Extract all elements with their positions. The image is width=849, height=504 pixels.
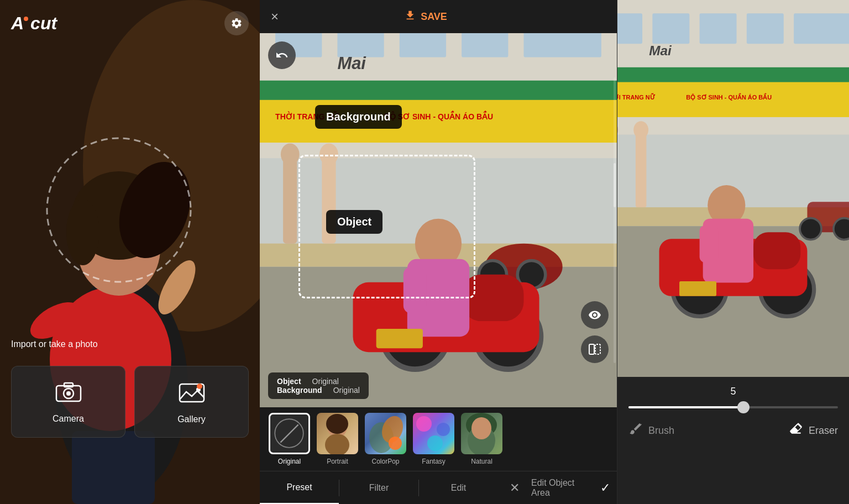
preset-label-portrait: Portrait xyxy=(327,458,348,465)
close-button[interactable]: × xyxy=(271,9,279,24)
compare-button[interactable] xyxy=(581,335,609,363)
status-object-row: Object Original xyxy=(277,377,360,386)
preset-label-original: Original xyxy=(278,458,301,465)
svg-point-63 xyxy=(471,417,491,439)
svg-point-57 xyxy=(389,437,402,450)
svg-rect-88 xyxy=(700,225,719,262)
tab-filter[interactable]: Filter xyxy=(339,471,418,504)
svg-rect-89 xyxy=(679,281,716,296)
app-logo: A cut xyxy=(11,13,57,34)
svg-rect-47 xyxy=(376,329,423,348)
undo-icon xyxy=(275,49,289,62)
status-background-label: Background xyxy=(277,386,322,395)
preset-item-fantasy[interactable]: Fantasy xyxy=(413,413,454,465)
tab-preset-label: Preset xyxy=(286,482,312,492)
preset-bar: Original Portrait ColorPop xyxy=(260,407,617,471)
left-header: A cut xyxy=(0,11,260,35)
background-tooltip: Background xyxy=(315,105,402,129)
svg-point-91 xyxy=(800,218,821,240)
camera-label: Camera xyxy=(53,414,84,424)
undo-button[interactable] xyxy=(268,41,296,69)
edit-object-area-button[interactable]: Edit Object Area ✓ xyxy=(531,478,617,498)
middle-panel: × SAVE Mai xyxy=(260,0,617,504)
check-icon: ✓ xyxy=(600,481,610,495)
tab-edit[interactable]: Edit xyxy=(419,471,498,504)
svg-rect-70 xyxy=(794,13,849,44)
brush-button[interactable]: Brush xyxy=(628,422,674,439)
preset-item-portrait[interactable]: Portrait xyxy=(317,413,358,465)
camera-button[interactable]: Camera xyxy=(11,366,125,438)
svg-rect-23 xyxy=(400,33,446,57)
svg-rect-14 xyxy=(64,383,73,387)
tab-preset[interactable]: Preset xyxy=(260,471,339,504)
action-buttons: Camera Gallery xyxy=(11,366,249,438)
selection-outline xyxy=(298,155,475,298)
save-button[interactable]: SAVE xyxy=(404,9,447,24)
left-panel: A cut Import or take a photo Camera xyxy=(0,0,260,504)
svg-rect-69 xyxy=(747,13,784,44)
visibility-toggle-button[interactable] xyxy=(581,301,609,329)
preset-label-colorpop: ColorPop xyxy=(371,458,399,465)
gallery-button[interactable]: Gallery xyxy=(134,366,249,438)
eraser-icon xyxy=(789,422,803,439)
svg-text:Mai: Mai xyxy=(337,54,366,73)
save-download-icon xyxy=(404,9,416,24)
svg-rect-28 xyxy=(260,100,617,143)
svg-point-54 xyxy=(326,414,348,434)
eraser-button[interactable]: Eraser xyxy=(789,422,838,439)
camera-icon xyxy=(55,380,82,407)
svg-rect-49 xyxy=(595,344,600,354)
svg-rect-25 xyxy=(523,33,601,57)
tab-edit-label: Edit xyxy=(451,483,467,493)
svg-line-50 xyxy=(280,424,298,442)
right-controls-panel: 5 Brush Eraser xyxy=(617,377,849,504)
scroll-bar xyxy=(614,77,616,363)
svg-text:THỜI TRANG NỮ: THỜI TRANG NỮ xyxy=(617,93,656,101)
right-panel: Mai THỜI TRANG NỮ BỘ SƠ SINH - QUẦN ÁO B… xyxy=(617,0,849,504)
bottom-tabs: Preset Filter Edit ✕ Edit Object Area ✓ xyxy=(260,471,617,504)
svg-point-9 xyxy=(66,199,99,265)
svg-point-60 xyxy=(427,435,443,451)
settings-button[interactable] xyxy=(224,11,249,35)
gallery-icon xyxy=(179,380,205,408)
right-street-scene: Mai THỜI TRANG NỮ BỘ SƠ SINH - QUẦN ÁO B… xyxy=(617,0,849,377)
preset-thumb-colorpop xyxy=(365,413,406,454)
object-tooltip: Object xyxy=(326,210,382,234)
preset-label-natural: Natural xyxy=(471,458,492,465)
svg-rect-48 xyxy=(589,344,594,354)
status-background-value: Original xyxy=(333,386,360,395)
svg-rect-24 xyxy=(462,33,508,57)
svg-rect-66 xyxy=(617,13,642,44)
edit-object-area-label: Edit Object Area xyxy=(531,478,594,498)
svg-point-92 xyxy=(834,218,849,240)
svg-rect-80 xyxy=(636,133,646,207)
gear-icon xyxy=(230,17,243,29)
preset-thumb-fantasy xyxy=(413,413,454,454)
svg-point-81 xyxy=(633,121,648,139)
status-bar: Object Original Background Original xyxy=(268,372,369,399)
svg-rect-67 xyxy=(652,13,689,44)
svg-rect-33 xyxy=(283,158,297,243)
status-object-value: Original xyxy=(312,377,339,386)
slider-fill xyxy=(628,406,743,408)
top-bar: × SAVE xyxy=(260,0,617,33)
svg-point-58 xyxy=(416,416,432,432)
image-canvas[interactable]: Mai THỜI TRANG NỮ BỘ SƠ SINH - QUẦN ÁO B… xyxy=(260,33,617,407)
slider-value: 5 xyxy=(628,386,838,397)
tab-filter-label: Filter xyxy=(369,483,389,493)
logo-text-cut: cut xyxy=(30,13,57,34)
preset-item-natural[interactable]: Natural xyxy=(461,413,502,465)
preset-item-original[interactable]: Original xyxy=(269,413,310,465)
bottom-close-button[interactable]: ✕ xyxy=(498,481,531,495)
preset-item-colorpop[interactable]: ColorPop xyxy=(365,413,406,465)
import-text: Import or take a photo xyxy=(11,339,98,349)
right-image-controls xyxy=(581,301,609,363)
logo-dot xyxy=(24,17,28,21)
eraser-label: Eraser xyxy=(809,425,838,437)
slider-track[interactable] xyxy=(628,406,838,408)
slider-thumb[interactable] xyxy=(737,401,750,413)
bottom-close-icon: ✕ xyxy=(510,481,520,495)
svg-rect-85 xyxy=(753,232,800,269)
scroll-thumb[interactable] xyxy=(614,163,616,207)
brush-icon xyxy=(628,422,643,439)
